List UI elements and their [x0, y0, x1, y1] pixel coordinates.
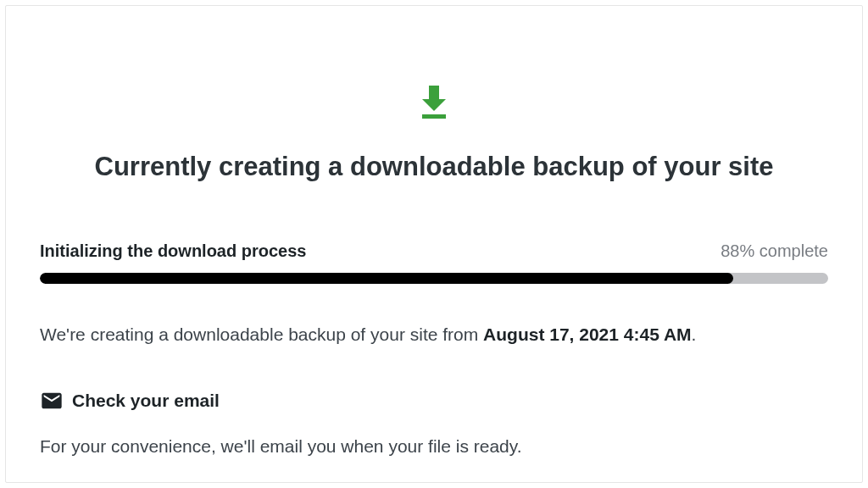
progress-percent: 88% complete [721, 241, 828, 261]
progress-fill [40, 273, 733, 284]
progress-label: Initializing the download process [40, 241, 306, 261]
email-row: Check your email [40, 389, 828, 413]
download-icon [414, 82, 454, 126]
page-title: Currently creating a downloadable backup… [40, 152, 828, 182]
description-timestamp: August 17, 2021 4:45 AM [483, 324, 691, 344]
email-note: For your convenience, we'll email you wh… [40, 436, 828, 457]
description-suffix: . [692, 324, 697, 344]
svg-rect-0 [429, 86, 439, 99]
svg-rect-2 [422, 114, 446, 119]
backup-progress-card: Currently creating a downloadable backup… [5, 5, 863, 483]
description-prefix: We're creating a downloadable backup of … [40, 324, 483, 344]
icon-container [40, 82, 828, 126]
progress-bar [40, 273, 828, 284]
progress-header: Initializing the download process 88% co… [40, 241, 828, 261]
email-heading: Check your email [72, 391, 220, 411]
svg-marker-1 [422, 99, 446, 111]
backup-description: We're creating a downloadable backup of … [40, 324, 828, 345]
mail-icon [40, 389, 64, 413]
